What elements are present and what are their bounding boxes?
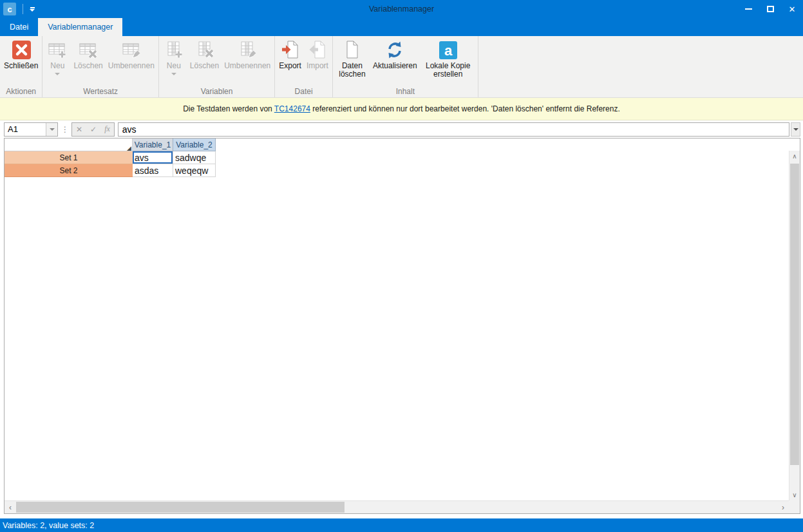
cell-name-box[interactable] bbox=[4, 122, 58, 137]
chevron-down-icon bbox=[793, 128, 798, 131]
lokale-kopie-erstellen-button[interactable]: a Lokale Kopie erstellen bbox=[420, 38, 477, 86]
tosca-logo-icon: a bbox=[438, 40, 458, 62]
reference-notice-bar: Die Testdaten werden von TC142674 refere… bbox=[0, 98, 803, 120]
export-icon bbox=[280, 40, 301, 62]
group-label-variablen: Variablen bbox=[159, 87, 274, 96]
testcase-link[interactable]: TC142674 bbox=[274, 104, 310, 113]
ribbon-tab-row: Datei Variablenmanager bbox=[0, 18, 803, 36]
wertesatz-umbenennen-button[interactable]: Umbenennen bbox=[106, 38, 157, 86]
horizontal-scrollbar[interactable]: ‹ › bbox=[5, 500, 789, 513]
vertical-scrollbar-thumb[interactable] bbox=[790, 164, 799, 465]
maximize-button[interactable] bbox=[759, 0, 781, 18]
scroll-right-icon[interactable]: › bbox=[777, 501, 789, 513]
formula-bar: ⋮ ✕ ✓ fx bbox=[0, 120, 803, 138]
row-header-set-2[interactable]: Set 2 bbox=[5, 164, 133, 177]
column-rename-icon bbox=[237, 40, 258, 62]
status-bar: Variables: 2, value sets: 2 bbox=[0, 518, 803, 532]
group-label-aktionen: Aktionen bbox=[0, 87, 42, 96]
name-box-dropdown-button[interactable] bbox=[46, 123, 57, 136]
svg-text:a: a bbox=[444, 43, 453, 59]
titlebar-separator bbox=[23, 4, 23, 14]
select-all-triangle-icon: ◢ bbox=[127, 145, 131, 151]
scroll-left-icon[interactable]: ‹ bbox=[5, 501, 16, 513]
quick-access-dropdown-icon[interactable] bbox=[30, 7, 35, 12]
cell-reference-input[interactable] bbox=[5, 124, 46, 134]
horizontal-scrollbar-thumb[interactable] bbox=[16, 502, 345, 513]
select-all-corner[interactable]: ◢ bbox=[5, 138, 133, 151]
ribbon-group-datei: Export Import Datei bbox=[275, 36, 333, 97]
refresh-icon bbox=[384, 40, 405, 62]
close-window-button[interactable]: ✕ bbox=[781, 0, 803, 18]
table-rename-icon bbox=[121, 40, 142, 62]
group-label-inhalt: Inhalt bbox=[333, 87, 478, 96]
app-icon[interactable]: c bbox=[3, 3, 16, 15]
import-icon bbox=[307, 40, 328, 62]
variablen-neu-button[interactable]: Neu bbox=[160, 38, 187, 86]
ribbon-group-variablen: Neu Löschen Umbenennen Variablen bbox=[159, 36, 275, 97]
window-controls: ✕ bbox=[737, 0, 803, 18]
scroll-up-icon[interactable]: ∧ bbox=[789, 151, 800, 162]
wertesatz-neu-button[interactable]: Neu bbox=[44, 38, 71, 86]
scrollbar-corner bbox=[789, 500, 800, 513]
tab-variablenmanager[interactable]: Variablenmanager bbox=[38, 18, 122, 36]
table-delete-icon bbox=[78, 40, 99, 62]
row-header-set-1[interactable]: Set 1 bbox=[5, 151, 133, 164]
maximize-icon bbox=[767, 6, 774, 12]
wertesatz-loeschen-button[interactable]: Löschen bbox=[71, 38, 105, 86]
group-label-datei: Datei bbox=[275, 87, 332, 96]
confirm-entry-icon[interactable]: ✓ bbox=[90, 125, 97, 134]
close-red-icon bbox=[11, 40, 32, 62]
export-button[interactable]: Export bbox=[276, 38, 304, 86]
import-button[interactable]: Import bbox=[304, 38, 331, 86]
title-bar: c Variablenmanager ✕ bbox=[0, 0, 803, 18]
formula-input[interactable] bbox=[118, 123, 789, 136]
aktualisieren-button[interactable]: Aktualisieren bbox=[370, 38, 420, 86]
schliessen-button[interactable]: Schließen bbox=[1, 38, 41, 86]
window-title: Variablenmanager bbox=[0, 5, 803, 14]
variablenmanager-window: c Variablenmanager ✕ Datei Variablenmana… bbox=[0, 0, 803, 532]
cell-b1[interactable]: sadwqe bbox=[173, 151, 216, 164]
dropdown-arrow-icon bbox=[55, 73, 60, 75]
cell-a1-selected[interactable]: avs bbox=[133, 151, 173, 164]
vertical-scrollbar[interactable]: ∧ ∨ bbox=[789, 151, 800, 500]
column-delete-icon bbox=[194, 40, 215, 62]
cell-a2[interactable]: asdas bbox=[133, 164, 173, 177]
formula-bar-splitter[interactable]: ⋮ bbox=[61, 125, 68, 134]
formula-action-buttons: ✕ ✓ fx bbox=[71, 122, 115, 137]
column-header-variable-2[interactable]: Variable_2 bbox=[173, 138, 216, 151]
status-text: Variables: 2, value sets: 2 bbox=[3, 521, 94, 530]
minimize-button[interactable] bbox=[737, 0, 759, 18]
cancel-entry-icon[interactable]: ✕ bbox=[76, 125, 82, 134]
notice-text-prefix: Die Testdaten werden von bbox=[183, 104, 274, 113]
formula-bar-expand-button[interactable] bbox=[791, 122, 800, 137]
minimize-icon bbox=[745, 8, 752, 10]
ribbon-group-wertesatz: Neu Löschen Umbenennen Wertesatz bbox=[43, 36, 158, 97]
blank-page-icon bbox=[342, 40, 363, 62]
ribbon-group-inhalt: Daten löschen Aktualisieren a Lokale Kop… bbox=[333, 36, 478, 97]
insert-function-icon[interactable]: fx bbox=[104, 124, 110, 134]
table-add-icon bbox=[47, 40, 68, 62]
spreadsheet-panel: ◢ Variable_1 Variable_2 Set 1 avs sadwqe… bbox=[4, 138, 800, 514]
column-add-icon bbox=[164, 40, 184, 62]
close-icon: ✕ bbox=[789, 5, 796, 14]
column-header-variable-1[interactable]: Variable_1 bbox=[133, 138, 173, 151]
group-label-wertesatz: Wertesatz bbox=[43, 87, 158, 96]
dropdown-arrow-icon bbox=[171, 73, 176, 75]
cell-b2[interactable]: weqeqw bbox=[173, 164, 216, 177]
chevron-down-icon bbox=[50, 128, 55, 131]
tab-datei[interactable]: Datei bbox=[0, 18, 38, 36]
variables-grid: ◢ Variable_1 Variable_2 Set 1 avs sadwqe… bbox=[5, 138, 216, 177]
ribbon: Schließen Aktionen Neu Lösc bbox=[0, 36, 803, 98]
scroll-down-icon[interactable]: ∨ bbox=[789, 489, 800, 500]
notice-text-suffix: referenziert und können nur dort bearbei… bbox=[310, 104, 620, 113]
variablen-loeschen-button[interactable]: Löschen bbox=[187, 38, 222, 86]
formula-input-wrapper bbox=[118, 122, 789, 137]
ribbon-group-aktionen: Schließen Aktionen bbox=[0, 36, 43, 97]
daten-loeschen-button[interactable]: Daten löschen bbox=[334, 38, 370, 86]
variablen-umbenennen-button[interactable]: Umbenennen bbox=[222, 38, 273, 86]
